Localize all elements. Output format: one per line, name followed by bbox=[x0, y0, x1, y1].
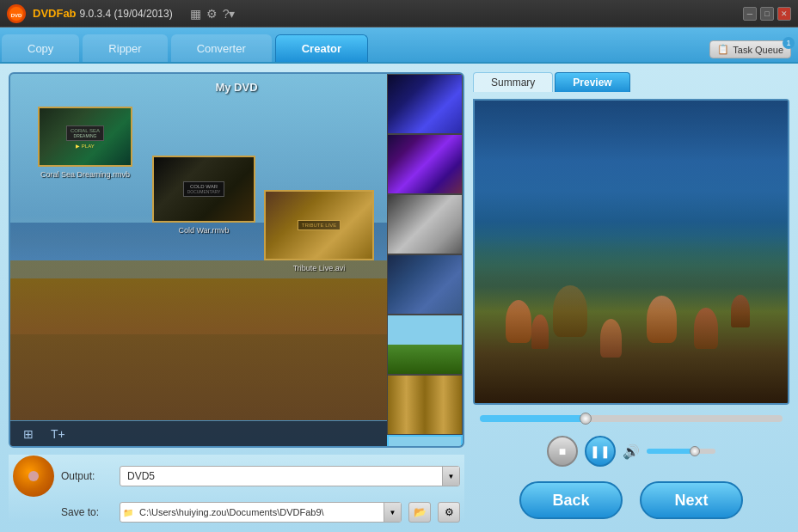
volume-bar[interactable] bbox=[647, 449, 715, 454]
video-label-2: Cold War.rmvb bbox=[154, 226, 254, 235]
thumbnail-4[interactable] bbox=[387, 254, 463, 315]
output-dropdown-arrow[interactable]: ▼ bbox=[442, 467, 459, 486]
preview-tabs: Summary Preview bbox=[473, 72, 789, 92]
output-label: Output: bbox=[61, 470, 113, 482]
toolbar-icons: ▦ ⚙ ?▾ bbox=[173, 7, 236, 21]
save-to-label: Save to: bbox=[61, 506, 113, 518]
left-panel: My DVD CORAL SEA DREAMING ▶ PLAY Coral S… bbox=[9, 72, 464, 523]
main-content: My DVD CORAL SEA DREAMING ▶ PLAY Coral S… bbox=[0, 64, 798, 532]
seek-bar[interactable] bbox=[480, 415, 783, 422]
pause-button[interactable]: ❚❚ bbox=[585, 436, 616, 467]
volume-icon[interactable]: 🔊 bbox=[623, 443, 640, 460]
app-name: DVDFab bbox=[33, 7, 77, 20]
dvd-preview: My DVD CORAL SEA DREAMING ▶ PLAY Coral S… bbox=[9, 72, 464, 448]
bottom-controls: Output: DVD5 ▼ Save to: 📁 C:\Users\huiyi… bbox=[9, 455, 464, 523]
dvd-disc-icon bbox=[13, 456, 54, 497]
next-button[interactable]: Next bbox=[640, 481, 743, 519]
volume-handle[interactable] bbox=[690, 446, 700, 456]
save-to-row: Save to: 📁 C:\Users\huiying.zou\Document… bbox=[13, 502, 460, 523]
video-label-3: Tribute Live.avi bbox=[266, 264, 372, 272]
open-folder-button[interactable]: ⚙ bbox=[438, 502, 460, 523]
save-path-text: C:\Users\huiying.zou\Documents\DVDFab9\ bbox=[138, 507, 384, 517]
task-queue-label: Task Queue bbox=[733, 45, 783, 55]
task-queue-icon: 📋 bbox=[717, 44, 729, 55]
video-thumb-1[interactable]: CORAL SEA DREAMING ▶ PLAY Coral Sea Drea… bbox=[38, 107, 132, 167]
video-preview bbox=[473, 99, 789, 405]
tab-converter[interactable]: Converter bbox=[171, 34, 272, 62]
video-scene bbox=[475, 101, 788, 403]
output-value: DVD5 bbox=[120, 470, 442, 482]
text-tool-button[interactable]: T+ bbox=[46, 425, 70, 443]
gear-icon[interactable]: ⚙ bbox=[206, 7, 218, 21]
tab-copy[interactable]: Copy bbox=[2, 34, 79, 62]
save-path-input[interactable]: 📁 C:\Users\huiying.zou\Documents\DVDFab9… bbox=[120, 502, 402, 523]
tab-preview[interactable]: Preview bbox=[555, 72, 629, 92]
nav-buttons: Back Next bbox=[473, 477, 789, 523]
volume-bar-container[interactable] bbox=[647, 449, 715, 454]
grid-tool-button[interactable]: ⊞ bbox=[19, 425, 38, 443]
tabbar-right: 📋 Task Queue 1 bbox=[709, 40, 791, 62]
thumbnail-1[interactable] bbox=[387, 74, 463, 134]
seek-bar-container[interactable] bbox=[473, 412, 789, 425]
thumbnail-6[interactable] bbox=[387, 375, 463, 435]
maximize-button[interactable]: □ bbox=[760, 7, 774, 21]
thumbnail-5[interactable] bbox=[387, 315, 463, 375]
path-folder-icon: 📁 bbox=[120, 508, 138, 517]
video-thumb-3[interactable]: TRIBUTE LIVE Tribute Live.avi bbox=[264, 190, 374, 260]
help-icon[interactable]: ?▾ bbox=[223, 7, 236, 21]
dvd-title: My DVD bbox=[215, 81, 257, 94]
back-button[interactable]: Back bbox=[519, 481, 623, 519]
stop-button[interactable]: ■ bbox=[547, 436, 578, 467]
tabbar: Copy Ripper Converter Creator 📋 Task Que… bbox=[0, 28, 798, 64]
window-controls: ─ □ ✕ bbox=[743, 7, 791, 21]
titlebar: DVD DVDFab 9.0.3.4 (19/04/2013) ▦ ⚙ ?▾ ─… bbox=[0, 0, 798, 28]
app-version: 9.0.3.4 (19/04/2013) bbox=[80, 8, 173, 20]
output-select[interactable]: DVD5 ▼ bbox=[120, 466, 460, 486]
player-controls: ■ ❚❚ 🔊 bbox=[473, 432, 789, 470]
thumbnail-2[interactable] bbox=[387, 134, 463, 194]
close-button[interactable]: ✕ bbox=[777, 7, 791, 21]
right-panel: Summary Preview bbox=[473, 72, 789, 523]
video-thumb-2[interactable]: COLD WAR DOCUMENTARY Cold War.rmvb bbox=[152, 156, 255, 223]
dvd-editor-toolbar: ⊞ T+ bbox=[10, 420, 387, 446]
app-logo: DVD bbox=[7, 4, 26, 23]
minimize-button[interactable]: ─ bbox=[743, 7, 757, 21]
task-queue-badge: 1 bbox=[783, 37, 795, 49]
tab-summary[interactable]: Summary bbox=[473, 72, 553, 92]
output-row: Output: DVD5 ▼ bbox=[13, 456, 460, 497]
pause-icon: ❚❚ bbox=[590, 444, 611, 458]
thumbnail-7[interactable] bbox=[387, 435, 463, 446]
path-dropdown-arrow[interactable]: ▼ bbox=[384, 503, 401, 522]
tab-ripper[interactable]: Ripper bbox=[83, 34, 167, 62]
stop-icon: ■ bbox=[559, 444, 566, 458]
svg-text:DVD: DVD bbox=[11, 13, 22, 18]
tab-creator[interactable]: Creator bbox=[275, 34, 368, 62]
video-label-1: Coral Sea Dreaming.rmvb bbox=[40, 170, 131, 179]
thumbnail-3[interactable] bbox=[387, 194, 463, 254]
toolbar-icon-1: ▦ bbox=[190, 7, 201, 21]
thumbnail-strip bbox=[387, 74, 463, 446]
task-queue-button[interactable]: 📋 Task Queue 1 bbox=[709, 40, 791, 58]
browse-folder-button[interactable]: 📂 bbox=[408, 502, 431, 523]
seek-handle[interactable] bbox=[580, 413, 592, 425]
